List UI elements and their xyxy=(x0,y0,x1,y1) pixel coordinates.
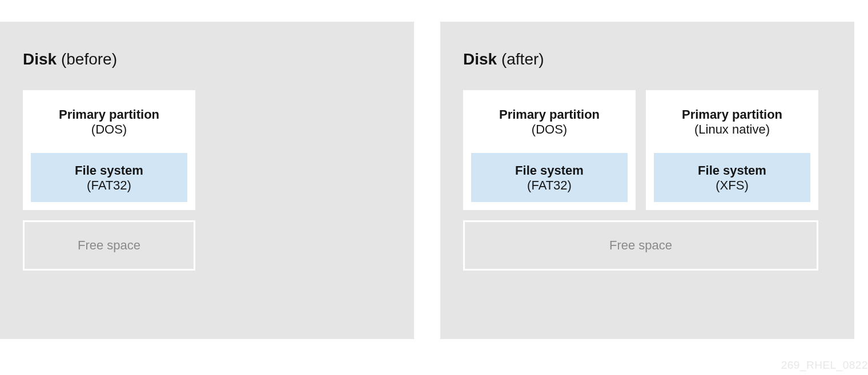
partition-title: Primary partition xyxy=(682,107,782,122)
disk-title-before: Disk (before) xyxy=(23,50,391,68)
free-space-label: Free space xyxy=(609,238,672,252)
partition-title: Primary partition xyxy=(499,107,600,122)
filesystem-title: File system xyxy=(471,163,628,178)
partition-subtitle: (DOS) xyxy=(532,122,567,137)
partition-card: Primary partition (Linux native) File sy… xyxy=(646,90,818,210)
disk-title-bold: Disk xyxy=(23,50,57,68)
partitions-row-after: Primary partition (DOS) File system (FAT… xyxy=(463,90,831,210)
disk-title-after: Disk (after) xyxy=(463,50,831,68)
free-space-box: Free space xyxy=(463,220,818,271)
partitions-row-before: Primary partition (DOS) File system (FAT… xyxy=(23,90,391,210)
disk-panel-before: Disk (before) Primary partition (DOS) Fi… xyxy=(0,22,414,339)
filesystem-box: File system (FAT32) xyxy=(31,153,187,202)
free-space-box: Free space xyxy=(23,220,195,271)
filesystem-box: File system (FAT32) xyxy=(471,153,628,202)
filesystem-subtitle: (XFS) xyxy=(654,178,810,193)
disk-panel-after: Disk (after) Primary partition (DOS) Fil… xyxy=(440,22,854,339)
filesystem-subtitle: (FAT32) xyxy=(31,178,187,193)
filesystem-box: File system (XFS) xyxy=(654,153,810,202)
partition-card: Primary partition (DOS) File system (FAT… xyxy=(23,90,195,210)
filesystem-title: File system xyxy=(654,163,810,178)
disk-title-light: (after) xyxy=(497,50,544,68)
disk-title-light: (before) xyxy=(57,50,117,68)
partition-title: Primary partition xyxy=(59,107,159,122)
diagram-container: Disk (before) Primary partition (DOS) Fi… xyxy=(0,0,868,361)
watermark-text: 269_RHEL_0822 xyxy=(781,359,868,372)
partition-subtitle: (DOS) xyxy=(91,122,127,137)
partition-subtitle: (Linux native) xyxy=(694,122,770,137)
filesystem-title: File system xyxy=(31,163,187,178)
disk-title-bold: Disk xyxy=(463,50,497,68)
free-space-label: Free space xyxy=(78,238,140,252)
filesystem-subtitle: (FAT32) xyxy=(471,178,628,193)
partition-card: Primary partition (DOS) File system (FAT… xyxy=(463,90,636,210)
